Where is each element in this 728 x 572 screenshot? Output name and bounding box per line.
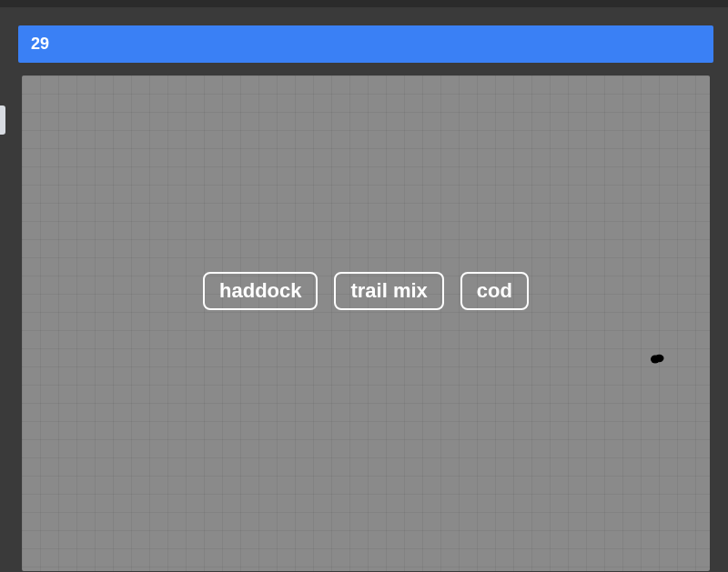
window-top-bar [0, 0, 728, 7]
option-button-cod[interactable]: cod [460, 272, 529, 310]
option-label: cod [477, 279, 512, 302]
sprite-blob[interactable] [650, 354, 664, 364]
content-wrapper: 29 haddock trail mix cod [0, 7, 728, 571]
header-bar: 29 [18, 25, 713, 63]
option-button-trail-mix[interactable]: trail mix [334, 272, 443, 310]
button-row: haddock trail mix cod [22, 272, 710, 310]
svg-point-1 [655, 355, 664, 362]
side-tab[interactable] [0, 105, 5, 135]
stage-container: haddock trail mix cod [18, 75, 713, 571]
stage[interactable]: haddock trail mix cod [22, 75, 710, 571]
option-label: haddock [219, 279, 301, 302]
option-button-haddock[interactable]: haddock [203, 272, 318, 310]
option-label: trail mix [350, 279, 427, 302]
header-value: 29 [31, 35, 49, 53]
